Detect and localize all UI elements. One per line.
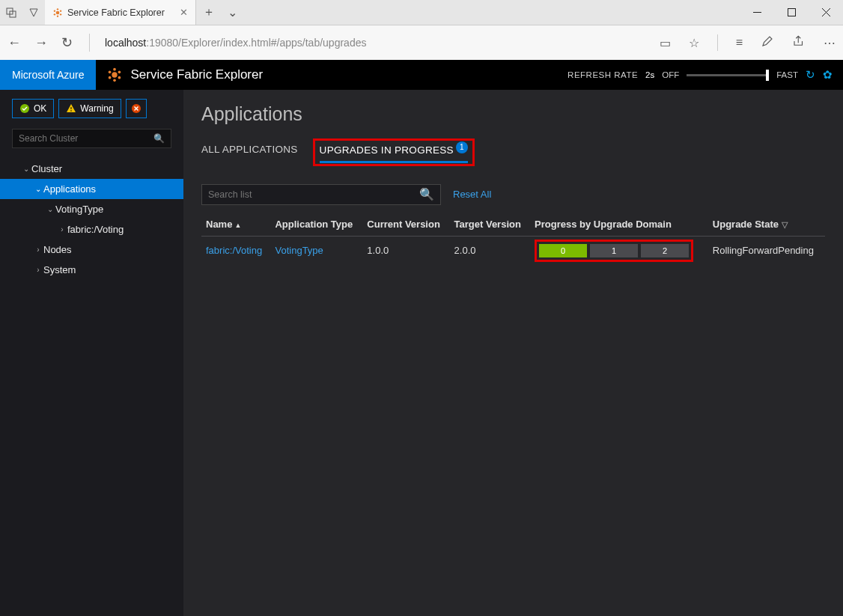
sidebar-search[interactable]: 🔍 <box>12 129 171 148</box>
sidebar-item-label: VotingType <box>55 204 103 215</box>
back-button[interactable]: ← <box>7 35 21 51</box>
table-row: fabric:/Voting VotingType 1.0.0 2.0.0 0 … <box>201 236 825 265</box>
sidebar-item-label: Applications <box>43 183 96 195</box>
tab-badge: 1 <box>456 141 468 153</box>
svg-point-6 <box>57 15 58 16</box>
status-warning-button[interactable]: Warning <box>58 99 121 118</box>
col-current-version[interactable]: Current Version <box>362 213 449 237</box>
svg-point-17 <box>114 79 117 82</box>
refresh-now-icon[interactable]: ↻ <box>806 68 815 82</box>
cell-upgrade-state: RollingForwardPending <box>708 236 825 265</box>
refresh-off-label: OFF <box>662 70 679 79</box>
tab-all-applications[interactable]: ALL APPLICATIONS <box>201 144 298 161</box>
chevron-down-icon: ⌄ <box>45 205 55 213</box>
tab-chevron-icon[interactable]: ⌄ <box>222 5 244 19</box>
hub-icon[interactable]: ≡ <box>736 36 743 49</box>
highlight-box-tab: UPGRADES IN PROGRESS1 <box>313 138 475 166</box>
browser-tab-active[interactable]: Service Fabric Explorer ✕ <box>45 0 196 25</box>
app-title: Service Fabric Explorer <box>96 67 273 83</box>
status-ok-button[interactable]: OK <box>12 99 54 118</box>
svg-point-13 <box>112 72 118 77</box>
window-minimize-icon[interactable] <box>740 0 774 25</box>
col-progress[interactable]: Progress by Upgrade Domain <box>530 213 708 237</box>
list-search[interactable]: 🔍 <box>201 184 441 205</box>
tab-upgrades-in-progress[interactable]: UPGRADES IN PROGRESS1 <box>320 144 468 163</box>
sidebar-item-label: System <box>43 264 76 275</box>
svg-point-14 <box>114 68 117 71</box>
app-name-link[interactable]: fabric:/Voting <box>206 245 262 256</box>
sidebar-item-cluster[interactable]: ⌄Cluster <box>0 159 183 179</box>
svg-point-18 <box>109 76 112 79</box>
app-favicon <box>52 7 63 18</box>
share-icon[interactable] <box>792 34 806 51</box>
tab-group-icon[interactable] <box>0 0 22 25</box>
sidebar: OK Warning 🔍 ⌄Cluster ⌄Applications ⌄Vot… <box>0 90 183 616</box>
url-path: :19080/Explorer/index.html#/apps/tab/upg… <box>146 37 366 49</box>
more-icon[interactable]: ⋯ <box>824 36 836 50</box>
browser-tab-title: Service Fabric Explorer <box>67 7 165 18</box>
status-error-button[interactable] <box>126 99 147 118</box>
col-name[interactable]: Name▲ <box>201 213 270 237</box>
chevron-down-icon: ⌄ <box>21 165 31 173</box>
tab-pin-icon[interactable] <box>22 0 45 25</box>
window-maximize-icon[interactable] <box>774 0 809 25</box>
warning-triangle-icon <box>66 103 76 114</box>
sidebar-item-label: Nodes <box>43 244 72 255</box>
content-pane: Applications ALL APPLICATIONS UPGRADES I… <box>183 90 843 616</box>
sidebar-item-applications[interactable]: ⌄Applications <box>0 179 183 199</box>
svg-point-5 <box>60 13 61 15</box>
refresh-button[interactable]: ↻ <box>61 34 73 51</box>
upgrade-domain-progress: 0 1 2 <box>539 244 689 257</box>
sidebar-item-label: fabric:/Voting <box>67 224 124 235</box>
sidebar-item-nodes[interactable]: ›Nodes <box>0 240 183 260</box>
search-icon: 🔍 <box>153 133 165 144</box>
url-host: localhost <box>105 37 146 49</box>
svg-point-2 <box>56 10 60 14</box>
status-warning-label: Warning <box>80 103 113 114</box>
forward-button[interactable]: → <box>34 35 48 51</box>
tab-label: UPGRADES IN PROGRESS <box>320 144 454 156</box>
refresh-fast-label: FAST <box>776 70 798 79</box>
tab-close-icon[interactable]: ✕ <box>180 7 188 18</box>
window-close-icon[interactable] <box>809 0 843 25</box>
svg-point-22 <box>71 110 73 112</box>
sidebar-item-system[interactable]: ›System <box>0 260 183 280</box>
azure-brand[interactable]: Microsoft Azure <box>0 60 96 90</box>
new-tab-button[interactable]: ＋ <box>196 4 222 20</box>
svg-point-16 <box>118 76 121 79</box>
svg-point-4 <box>60 10 61 11</box>
settings-icon[interactable]: ✿ <box>823 68 833 82</box>
reading-view-icon[interactable]: ▭ <box>660 36 671 50</box>
address-bar[interactable]: localhost:19080/Explorer/index.html#/app… <box>100 37 660 49</box>
chevron-right-icon: › <box>33 266 43 274</box>
chevron-down-icon: ⌄ <box>33 185 43 193</box>
app-type-link[interactable]: VotingType <box>275 245 323 256</box>
svg-point-7 <box>54 13 55 15</box>
favorite-icon[interactable]: ☆ <box>689 36 699 50</box>
cell-target-version: 2.0.0 <box>450 236 531 265</box>
col-upgrade-state[interactable]: Upgrade State▽ <box>708 213 825 237</box>
highlight-box-progress: 0 1 2 <box>535 240 693 262</box>
refresh-rate-value: 2s <box>645 70 654 79</box>
col-app-type[interactable]: Application Type <box>270 213 362 237</box>
app-header: Microsoft Azure Service Fabric Explorer … <box>0 60 843 90</box>
app-title-text: Service Fabric Explorer <box>130 67 263 82</box>
sidebar-item-votingtype[interactable]: ⌄VotingType <box>0 199 183 219</box>
search-icon: 🔍 <box>419 187 434 201</box>
notes-icon[interactable] <box>761 34 774 51</box>
page-title: Applications <box>201 103 825 125</box>
sidebar-item-voting-app[interactable]: ›fabric:/Voting <box>0 219 183 240</box>
filter-icon[interactable]: ▽ <box>782 220 788 229</box>
list-search-input[interactable] <box>208 189 419 200</box>
tab-bar: ALL APPLICATIONS UPGRADES IN PROGRESS1 <box>201 138 825 166</box>
check-circle-icon <box>19 103 30 114</box>
reset-all-link[interactable]: Reset All <box>453 189 491 200</box>
status-ok-label: OK <box>34 103 46 114</box>
svg-point-8 <box>54 10 55 11</box>
svg-point-19 <box>109 71 112 74</box>
browser-address-row: ← → ↻ localhost:19080/Explorer/index.htm… <box>0 25 843 60</box>
error-circle-icon <box>131 103 141 114</box>
col-target-version[interactable]: Target Version <box>450 213 531 237</box>
sidebar-search-input[interactable] <box>19 133 153 144</box>
refresh-rate-slider[interactable] <box>687 74 769 76</box>
